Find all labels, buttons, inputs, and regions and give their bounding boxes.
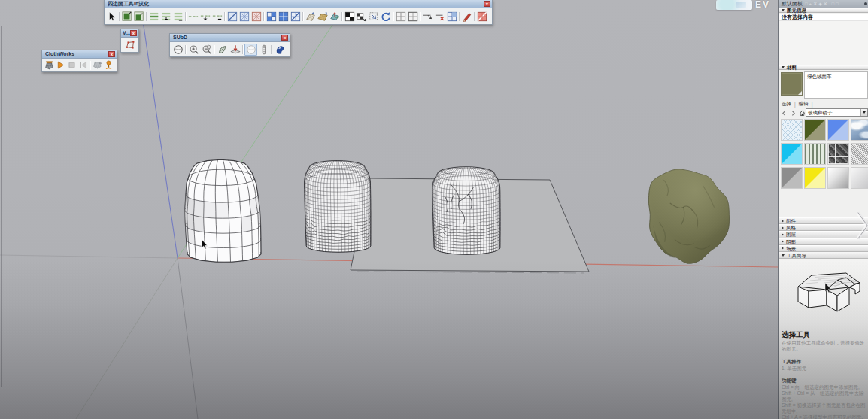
swatch-blue-glass[interactable]	[827, 119, 849, 141]
grow-selection-icon[interactable]	[121, 11, 133, 23]
crease-clamp-icon[interactable]	[257, 44, 270, 56]
close-icon[interactable]: x	[108, 51, 115, 57]
stop-simulation-icon[interactable]	[66, 59, 77, 71]
reset-simulation-icon[interactable]	[77, 59, 89, 71]
build-corners-icon[interactable]	[305, 11, 317, 23]
swatch-yellow-glass[interactable]	[804, 167, 826, 189]
subdivide-faces-icon[interactable]	[229, 44, 241, 56]
collapse-triangle-icon	[782, 9, 785, 11]
instructor-header[interactable]: 工具向导	[779, 252, 868, 259]
low-poly-blob[interactable]	[185, 153, 262, 263]
connect-edges-icon[interactable]	[266, 11, 278, 23]
cloth-rock[interactable]	[648, 169, 729, 263]
crease-tool-icon[interactable]	[216, 44, 229, 56]
section-场景[interactable]: 场景	[779, 245, 868, 252]
subdivided-blob[interactable]	[305, 155, 372, 252]
build-quads-icon[interactable]	[317, 11, 329, 23]
cloth-settings-icon[interactable]	[92, 59, 103, 71]
toggle-subdivision-icon[interactable]	[171, 44, 184, 56]
instructor-key-line: Shift + Ctrl = 从一组选定的图元中去除图元,	[782, 390, 866, 402]
swatch-gray-glass[interactable]	[781, 167, 803, 189]
flip-triangulation-icon[interactable]	[226, 11, 238, 23]
remove-triangulation-icon[interactable]	[250, 11, 263, 23]
play-simulation-icon[interactable]	[55, 59, 66, 71]
clothworks-toolbar-titlebar[interactable]: ClothWorks x	[42, 50, 117, 59]
swatch-mirror[interactable]	[827, 167, 849, 189]
shrink-ring-icon[interactable]	[211, 11, 223, 23]
close-icon[interactable]: x	[484, 1, 490, 7]
shrink-selection-icon[interactable]	[133, 11, 145, 23]
pin-tool-icon[interactable]	[103, 59, 114, 71]
swatch-ribbed-glass[interactable]	[804, 143, 826, 165]
close-icon[interactable]: x	[130, 30, 137, 36]
select-cursor-icon[interactable]	[106, 11, 118, 23]
quadface-toolbar-buttons	[105, 8, 492, 24]
uv-mapping-icon[interactable]	[329, 11, 341, 23]
decrease-subdivision-icon[interactable]	[200, 44, 213, 56]
quadrify-a-icon[interactable]	[395, 11, 407, 23]
section-label: 场景	[786, 246, 796, 251]
tab-select[interactable]: 选择	[782, 101, 791, 108]
toolbar-separator	[263, 11, 266, 22]
entity-info-header[interactable]: 图元信息	[779, 8, 868, 13]
grow-ring-icon[interactable]	[199, 11, 211, 23]
dropdown-button[interactable]	[860, 109, 867, 116]
vertex-tools-toolbar: V... x	[120, 29, 139, 53]
swatch-light-mirror[interactable]	[851, 167, 868, 189]
materials-header[interactable]: 材料	[779, 65, 868, 70]
tray-header[interactable]: 默认面板□+✕◈✕ □□	[779, 0, 868, 8]
vertex-toolbar-titlebar[interactable]: V... x	[121, 29, 138, 38]
material-name-field[interactable]: 绿色绒面革	[806, 73, 866, 80]
subd-toolbar-titlebar[interactable]: SUbD x	[170, 34, 290, 42]
grow-loop-icon[interactable]	[160, 11, 172, 23]
tab-edit[interactable]: 编辑	[799, 101, 809, 108]
select-ring-icon[interactable]	[187, 11, 199, 23]
tray-options-icon[interactable]	[864, 2, 867, 5]
swatch-textured-glass[interactable]	[781, 119, 803, 141]
toggle-cloth-icon[interactable]	[44, 59, 55, 71]
grid-corner-tool-icon[interactable]	[446, 11, 458, 23]
smart-split-icon[interactable]	[290, 11, 302, 23]
increase-subdivision-icon[interactable]	[187, 44, 200, 56]
section-风格[interactable]: 风格	[779, 224, 868, 231]
uv-checker-icon[interactable]	[344, 11, 356, 23]
swatch-sky-reflective-glass[interactable]	[851, 119, 868, 141]
red-pencil-tool-icon[interactable]	[461, 11, 473, 23]
vertex-tools-toggle-icon[interactable]	[124, 39, 136, 51]
line-tool-icon[interactable]	[422, 11, 434, 23]
in-model-home-icon[interactable]	[799, 110, 806, 117]
toolbar-separator	[458, 11, 461, 22]
forward-arrow-icon[interactable]	[790, 110, 797, 117]
section-组件[interactable]: 组件	[779, 217, 868, 224]
subd-help-icon[interactable]	[273, 44, 286, 56]
triangulate-quads-icon[interactable]	[238, 11, 250, 23]
3d-viewport[interactable]: 四边面工具in汉化 x V... x SUbD x ClothWorks x	[0, 0, 778, 419]
swatch-cyan-glass[interactable]	[781, 143, 803, 165]
quadrify-b-icon[interactable]	[407, 11, 419, 23]
quadface-toolbar-titlebar[interactable]: 四边面工具in汉化 x	[105, 0, 492, 8]
expand-triangle-icon	[782, 240, 784, 243]
swatch-obscure-glass[interactable]	[851, 143, 868, 165]
section-阴影[interactable]: 阴影	[779, 238, 868, 245]
tray-expand-chevron-icon[interactable]	[857, 211, 868, 240]
shrink-loop-icon[interactable]	[172, 11, 184, 23]
current-material-preview[interactable]	[781, 72, 803, 96]
swatch-dark-green-glass[interactable]	[804, 119, 826, 141]
select-loop-icon[interactable]	[148, 11, 160, 23]
copy-uv-icon[interactable]	[356, 11, 368, 23]
erase-edge-icon[interactable]	[434, 11, 446, 23]
section-图层[interactable]: 图层	[779, 231, 868, 238]
close-icon[interactable]: x	[281, 35, 288, 41]
insert-loops-icon[interactable]	[278, 11, 290, 23]
quadface-about-icon[interactable]	[476, 11, 488, 23]
collection-name: 玻璃和镜子	[806, 109, 860, 116]
instructor-house-image	[795, 272, 864, 315]
unwrap-uv-icon[interactable]	[380, 11, 392, 23]
smooth-preview-icon[interactable]	[244, 44, 257, 56]
material-collection-dropdown[interactable]: 玻璃和镜子	[806, 108, 868, 117]
back-arrow-icon[interactable]	[781, 110, 788, 117]
vertex-toolbar-buttons	[121, 38, 138, 52]
swatch-mosaic-glass[interactable]	[827, 143, 849, 165]
subdivided-blob-creased[interactable]	[432, 162, 500, 254]
paste-uv-icon[interactable]	[368, 11, 380, 23]
